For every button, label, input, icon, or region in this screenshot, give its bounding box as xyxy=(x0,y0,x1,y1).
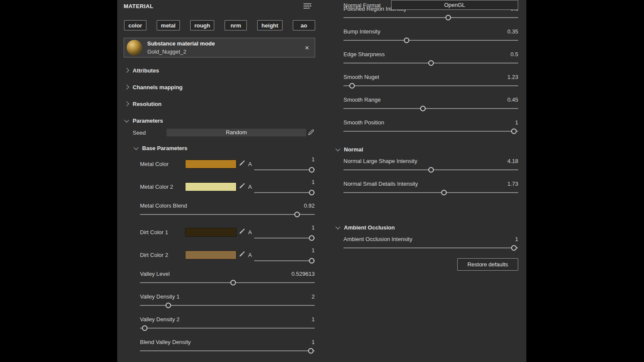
eyedropper-icon[interactable] xyxy=(239,160,246,167)
param-value: 0.529613 xyxy=(292,271,315,277)
alpha-slider-group: 1 xyxy=(254,156,315,173)
material-mode-label: Substance material mode xyxy=(147,40,305,47)
channel-button-height[interactable]: height xyxy=(257,20,283,30)
slider[interactable] xyxy=(343,190,518,196)
alpha-slider[interactable] xyxy=(254,167,315,173)
slider-track xyxy=(343,17,518,18)
param-row-smooth-position: Smooth Position 1 xyxy=(343,118,518,134)
param-row-smooth-range: Smooth Range 0.45 xyxy=(343,96,518,112)
param-row-blend-valley-density: Blend Valley Density 1 xyxy=(140,338,315,354)
slider-handle[interactable] xyxy=(165,303,171,308)
color-swatch[interactable] xyxy=(185,182,237,191)
param-row-valley-level: Valley Level 0.529613 xyxy=(140,270,315,286)
alpha-slider[interactable] xyxy=(254,235,315,241)
channel-button-ao[interactable]: ao xyxy=(293,20,315,30)
param-label: Dirt Color 1 xyxy=(140,229,168,235)
param-label: Smooth Position xyxy=(343,119,384,126)
slider[interactable] xyxy=(140,280,315,286)
slider[interactable] xyxy=(343,37,518,43)
param-value: 1.23 xyxy=(507,74,518,80)
channel-button-metal[interactable]: metal xyxy=(157,20,180,30)
material-name: Gold_Nugget_2 xyxy=(147,48,305,55)
close-icon[interactable]: × xyxy=(305,44,309,51)
slider-handle[interactable] xyxy=(308,348,314,354)
chevron-right-icon xyxy=(124,101,129,106)
alpha-slider-group: 1 xyxy=(254,179,315,196)
eyedropper-icon[interactable] xyxy=(239,228,246,235)
slider-handle[interactable] xyxy=(404,38,409,43)
slider-handle[interactable] xyxy=(511,129,516,134)
param-label: Edge Sharpness xyxy=(343,51,385,57)
channel-button-nrm[interactable]: nrm xyxy=(225,20,247,30)
slider-handle[interactable] xyxy=(446,15,451,21)
slider-handle[interactable] xyxy=(230,280,236,286)
param-row-smooth-nuget: Smooth Nuget 1.23 xyxy=(343,73,518,89)
restore-defaults-button[interactable]: Restore defaults xyxy=(457,258,518,271)
param-label: Valley Density 1 xyxy=(140,293,179,300)
param-row-normal-large-shape-intensity: Normal Large Shape Intensity 4.18 xyxy=(343,157,518,173)
slider[interactable] xyxy=(343,15,518,21)
section-attributes[interactable]: Attributes xyxy=(125,66,159,74)
slider-handle[interactable] xyxy=(441,190,447,196)
slider-handle[interactable] xyxy=(309,258,314,264)
eyedropper-icon[interactable] xyxy=(239,251,246,258)
channel-button-color[interactable]: color xyxy=(124,20,146,30)
slider[interactable] xyxy=(343,128,518,134)
param-label: Valley Density 2 xyxy=(140,316,179,323)
slider-track xyxy=(254,238,315,238)
color-swatch[interactable] xyxy=(185,250,237,259)
param-label: Smooth Nuget xyxy=(343,74,379,80)
slider-track xyxy=(254,192,315,193)
param-value: 1 xyxy=(515,119,518,126)
slider[interactable] xyxy=(343,245,518,251)
param-value: 4.18 xyxy=(507,158,518,164)
eyedropper-icon[interactable] xyxy=(239,183,246,190)
section-channels-mapping[interactable]: Channels mapping xyxy=(125,83,182,91)
color-swatch[interactable] xyxy=(185,228,237,237)
slider[interactable] xyxy=(343,60,518,66)
slider-handle[interactable] xyxy=(309,235,314,241)
slider-handle[interactable] xyxy=(420,106,426,112)
section-normal[interactable]: Normal xyxy=(336,145,363,153)
slider[interactable] xyxy=(140,211,315,217)
filter-icon[interactable] xyxy=(303,3,312,9)
param-value: 0.45 xyxy=(507,97,518,103)
slider-handle[interactable] xyxy=(349,83,355,89)
param-value: 1 xyxy=(312,339,315,345)
material-mode-box[interactable]: Substance material mode Gold_Nugget_2 × xyxy=(124,38,315,57)
slider-handle[interactable] xyxy=(295,212,300,217)
section-label: Resolution xyxy=(133,101,161,107)
normal-format-button[interactable]: OpenGL xyxy=(391,0,518,10)
param-row-metal-color-2: Metal Color 2 A 1 xyxy=(140,179,315,198)
slider-handle[interactable] xyxy=(428,167,434,173)
section-base-parameters[interactable]: Base Parameters xyxy=(134,144,188,152)
alpha-slider[interactable] xyxy=(254,258,315,264)
section-resolution[interactable]: Resolution xyxy=(125,100,161,108)
section-label: Parameters xyxy=(133,118,163,124)
slider-handle[interactable] xyxy=(428,60,434,66)
color-swatch[interactable] xyxy=(185,160,237,169)
channel-button-rough[interactable]: rough xyxy=(190,20,215,30)
pencil-icon[interactable] xyxy=(308,129,315,136)
param-label: Normal Small Details Intensity xyxy=(343,181,418,187)
slider[interactable] xyxy=(140,348,315,354)
seed-random-button[interactable]: Random xyxy=(167,129,306,136)
slider[interactable] xyxy=(343,106,518,112)
slider[interactable] xyxy=(343,167,518,173)
slider[interactable] xyxy=(140,325,315,331)
slider-handle[interactable] xyxy=(309,167,314,173)
alpha-slider[interactable] xyxy=(254,190,315,196)
slider[interactable] xyxy=(140,302,315,308)
slider[interactable] xyxy=(343,83,518,89)
param-label: Bump Intensity xyxy=(343,28,380,35)
material-panel: MATERIAL color metal rough nrm height ao… xyxy=(117,0,526,362)
param-label: Normal Large Shape Intensity xyxy=(343,158,417,164)
alpha-slider-group: 1 xyxy=(254,224,315,241)
section-parameters[interactable]: Parameters xyxy=(125,117,163,124)
slider-handle[interactable] xyxy=(511,245,516,251)
slider-handle[interactable] xyxy=(142,326,147,331)
param-value: 1.73 xyxy=(507,181,518,187)
chevron-down-icon xyxy=(335,224,340,229)
slider-handle[interactable] xyxy=(309,190,314,196)
section-ambient-occlusion[interactable]: Ambient Occlusion xyxy=(336,223,395,231)
